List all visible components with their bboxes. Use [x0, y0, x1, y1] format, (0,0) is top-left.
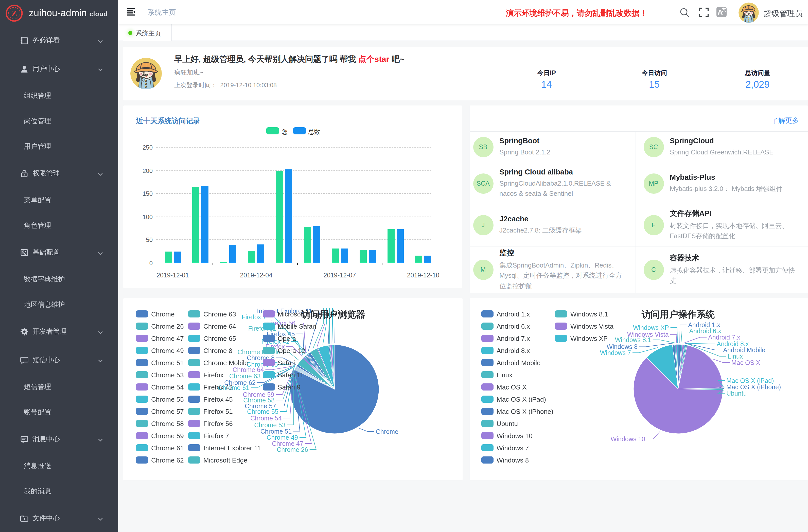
svg-text:Ubuntu: Ubuntu [726, 390, 747, 397]
svg-text:文: 文 [722, 7, 727, 12]
svg-text:Chrome 54: Chrome 54 [250, 415, 282, 422]
svg-text:Windows 10: Windows 10 [611, 435, 645, 442]
svg-text:Chrome 64: Chrome 64 [233, 366, 264, 373]
svg-text:Android 6.x: Android 6.x [689, 327, 721, 334]
svg-text:Z: Z [12, 8, 17, 18]
svg-text:Mac OS X (iPhone): Mac OS X (iPhone) [726, 383, 781, 390]
svg-text:Chrome 26: Chrome 26 [277, 446, 308, 453]
svg-text:Windows 8: Windows 8 [607, 343, 638, 350]
svg-text:Android 7.x: Android 7.x [708, 334, 740, 341]
svg-text:Android Mobile: Android Mobile [723, 346, 766, 353]
svg-text:Windows Vista: Windows Vista [627, 331, 669, 338]
svg-text:Mac OS X (iPad): Mac OS X (iPad) [726, 377, 774, 384]
svg-text:Chrome 63: Chrome 63 [229, 372, 261, 380]
svg-text:Mac OS X: Mac OS X [731, 359, 760, 366]
svg-text:Chrome 55: Chrome 55 [247, 408, 278, 415]
svg-text:Windows XP: Windows XP [633, 324, 669, 331]
svg-text:Chrome 53: Chrome 53 [254, 421, 286, 428]
svg-text:Linux: Linux [728, 353, 743, 360]
svg-text:Chrome: Chrome [376, 428, 399, 435]
